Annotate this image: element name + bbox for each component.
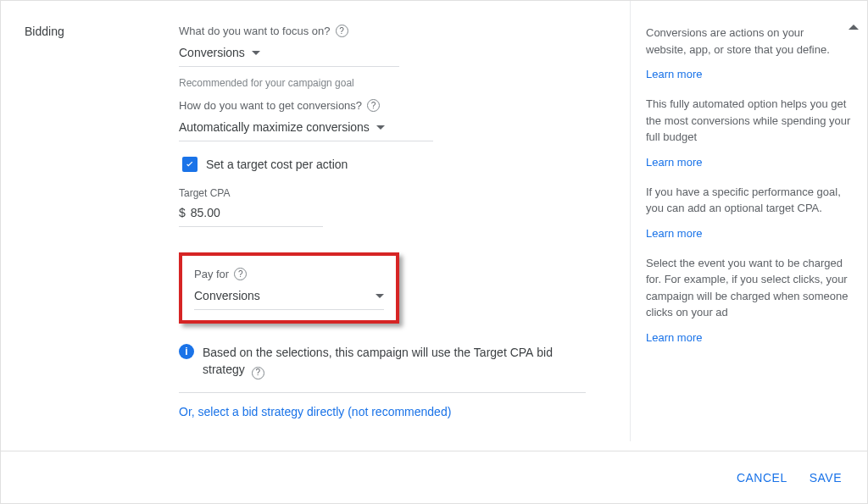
pay-for-label: Pay for xyxy=(194,268,229,280)
target-cpa-label: Target CPA xyxy=(179,187,586,199)
center-column: What do you want to focus on? ? Conversi… xyxy=(179,1,603,441)
chevron-up-icon xyxy=(849,25,859,30)
method-value: Automatically maximize conversions xyxy=(179,120,370,134)
check-icon xyxy=(184,158,196,170)
main-area: Bidding What do you want to focus on? ? … xyxy=(1,1,867,441)
help-icon[interactable]: ? xyxy=(234,268,247,280)
checkbox-checked[interactable] xyxy=(182,157,198,172)
collapse-button[interactable] xyxy=(849,25,859,30)
info-icon: i xyxy=(179,344,194,359)
chevron-down-icon xyxy=(376,125,385,130)
info-row: i Based on the selections, this campaign… xyxy=(179,344,586,393)
learn-more-link[interactable]: Learn more xyxy=(646,68,702,80)
help-text-4: Select the event you want to be charged … xyxy=(646,255,852,321)
focus-label: What do you want to focus on? xyxy=(179,25,331,37)
target-checkbox-row[interactable]: Set a target cost per action xyxy=(182,157,586,172)
target-cpa-input[interactable]: $ 85.00 xyxy=(179,202,323,227)
learn-more-link[interactable]: Learn more xyxy=(646,331,702,344)
target-cpa-value: 85.00 xyxy=(191,206,220,219)
pay-for-select[interactable]: Conversions xyxy=(194,285,384,310)
cancel-button[interactable]: Cancel xyxy=(737,471,787,485)
recommended-text: Recommended for your campaign goal xyxy=(179,77,586,89)
info-text: Based on the selections, this campaign w… xyxy=(203,344,586,379)
alt-strategy-link[interactable]: Or, select a bid strategy directly (not … xyxy=(179,405,586,418)
help-icon[interactable]: ? xyxy=(252,367,264,379)
help-text-2: This fully automated option helps you ge… xyxy=(646,96,852,146)
help-icon[interactable]: ? xyxy=(367,99,380,112)
pay-for-label-row: Pay for ? xyxy=(194,268,384,280)
pay-for-value: Conversions xyxy=(194,289,260,302)
pay-for-highlight: Pay for ? Conversions xyxy=(179,252,399,324)
section-title: Bidding xyxy=(25,25,179,38)
help-text-1: Conversions are actions on your website,… xyxy=(646,25,852,58)
chevron-down-icon xyxy=(252,51,260,55)
focus-select[interactable]: Conversions xyxy=(179,42,399,67)
save-button[interactable]: Save xyxy=(810,471,842,485)
help-sidebar: Conversions are actions on your website,… xyxy=(630,1,867,441)
method-select[interactable]: Automatically maximize conversions xyxy=(179,117,433,141)
method-label: How do you want to get conversions? xyxy=(179,99,362,112)
focus-label-row: What do you want to focus on? ? xyxy=(179,25,586,37)
left-column: Bidding xyxy=(1,1,179,441)
currency-symbol: $ xyxy=(179,206,186,219)
help-icon[interactable]: ? xyxy=(336,25,348,37)
chevron-down-icon xyxy=(376,294,384,298)
help-text-3: If you have a specific performance goal,… xyxy=(646,184,852,217)
focus-value: Conversions xyxy=(179,46,245,59)
learn-more-link[interactable]: Learn more xyxy=(646,227,702,240)
bidding-panel: Bidding What do you want to focus on? ? … xyxy=(0,0,868,504)
method-label-row: How do you want to get conversions? ? xyxy=(179,99,586,112)
checkbox-label: Set a target cost per action xyxy=(206,158,348,171)
learn-more-link[interactable]: Learn more xyxy=(646,156,702,169)
footer: Cancel Save xyxy=(1,451,867,503)
